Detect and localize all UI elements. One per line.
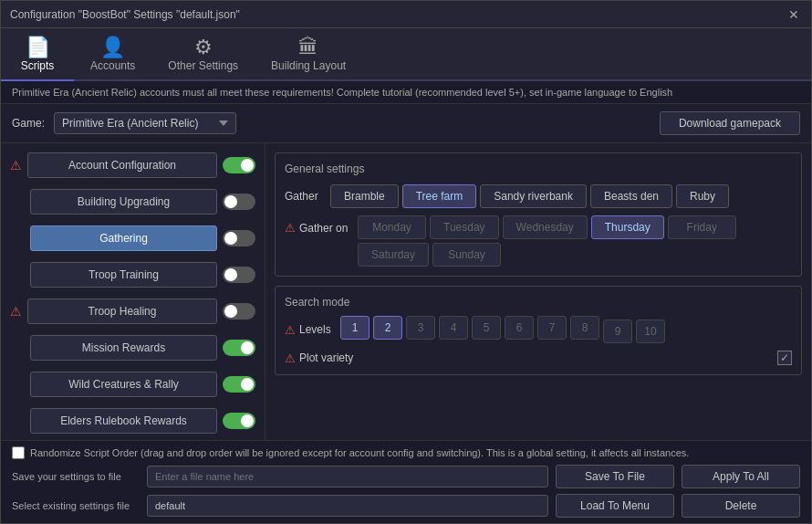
- level-3-button[interactable]: 3: [406, 316, 435, 340]
- elders-rulebook-toggle[interactable]: [223, 413, 255, 429]
- save-to-file-button[interactable]: Save To File: [556, 465, 674, 488]
- sunday-button[interactable]: Sunday: [432, 243, 501, 267]
- list-item: Mission Rewards: [6, 331, 259, 364]
- gather-on-row: ⚠ Gather on Monday Tuesday Wednesday Thu…: [285, 215, 792, 267]
- resource-ruby-button[interactable]: Ruby: [676, 184, 729, 208]
- troop-healing-toggle[interactable]: [223, 303, 255, 320]
- resource-buttons: Bramble Tree farm Sandy riverbank Beasts…: [330, 184, 792, 208]
- day-buttons: Monday Tuesday Wednesday Thursday Friday…: [358, 215, 792, 267]
- resource-tree-farm-button[interactable]: Tree farm: [402, 184, 477, 208]
- download-gamepack-button[interactable]: Download gamepack: [660, 111, 800, 135]
- save-label: Save your settings to file: [12, 471, 140, 482]
- gathering-button[interactable]: Gathering: [30, 225, 217, 251]
- level-1-button[interactable]: 1: [340, 316, 370, 340]
- info-bar: Primitive Era (Ancient Relic) accounts m…: [1, 81, 811, 104]
- plot-variety-checkbox[interactable]: ✓: [777, 351, 792, 365]
- select-label: Select existing settings file: [12, 500, 140, 511]
- accounts-icon: 👤: [100, 37, 125, 58]
- list-item: Troop Training: [6, 258, 259, 291]
- randomize-checkbox[interactable]: [12, 446, 25, 459]
- plot-warning-icon: ⚠: [285, 351, 296, 365]
- level-2-button[interactable]: 2: [373, 316, 402, 340]
- level-8-button[interactable]: 8: [570, 316, 599, 340]
- general-settings-title: General settings: [285, 162, 792, 175]
- building-icon: 🏛: [298, 37, 318, 58]
- tab-other-settings[interactable]: ⚙ Other Settings: [151, 32, 255, 81]
- save-filename-input[interactable]: [147, 466, 548, 487]
- settings-file-select[interactable]: default: [147, 495, 548, 517]
- gather-on-warning-icon: ⚠: [285, 221, 296, 235]
- account-config-toggle[interactable]: [223, 157, 255, 173]
- wild-creatures-toggle[interactable]: [223, 376, 255, 393]
- right-panel: General settings Gather Bramble Tree far…: [265, 143, 811, 440]
- monday-button[interactable]: Monday: [358, 215, 426, 239]
- select-file-row: Select existing settings file default Lo…: [12, 494, 800, 518]
- levels-label: ⚠ Levels: [285, 323, 335, 337]
- resource-sandy-riverbank-button[interactable]: Sandy riverbank: [480, 184, 587, 208]
- resource-bramble-button[interactable]: Bramble: [330, 184, 399, 208]
- delete-button[interactable]: Delete: [682, 494, 800, 518]
- account-config-button[interactable]: Account Configuration: [27, 152, 217, 178]
- tabs-bar: 📄 Scripts 👤 Accounts ⚙ Other Settings 🏛 …: [1, 28, 811, 81]
- settings-icon: ⚙: [194, 37, 213, 58]
- gather-label: Gather: [285, 184, 321, 203]
- friday-button[interactable]: Friday: [668, 215, 736, 239]
- wild-creatures-button[interactable]: Wild Creatures & Rally: [30, 372, 217, 397]
- building-upgrade-button[interactable]: Building Upgrading: [30, 189, 217, 215]
- tab-building-layout-label: Building Layout: [271, 59, 346, 72]
- tuesday-button[interactable]: Tuesday: [430, 215, 499, 239]
- level-6-button[interactable]: 6: [505, 316, 534, 340]
- elders-rulebook-button[interactable]: Elders Rulebook Rewards: [30, 408, 217, 434]
- scripts-icon: 📄: [26, 37, 50, 58]
- list-item: Gathering: [6, 222, 259, 255]
- main-content: ⚠ Account Configuration Building Upgradi…: [1, 143, 811, 440]
- warning-icon: ⚠: [10, 304, 22, 319]
- left-panel: ⚠ Account Configuration Building Upgradi…: [1, 143, 265, 440]
- levels-warning-icon: ⚠: [285, 323, 296, 337]
- title-bar: Configuration "BoostBot" Settings "defau…: [1, 1, 811, 28]
- building-upgrade-toggle[interactable]: [223, 194, 255, 210]
- list-item: Building Upgrading: [6, 185, 259, 218]
- mission-rewards-toggle[interactable]: [223, 340, 255, 356]
- gather-on-label: ⚠ Gather on: [285, 215, 349, 235]
- list-item: Wild Creatures & Rally: [6, 368, 259, 401]
- randomize-label: Randomize Script Order (drag and drop or…: [30, 447, 689, 458]
- troop-training-toggle[interactable]: [223, 267, 255, 283]
- saturday-button[interactable]: Saturday: [358, 243, 429, 267]
- gather-row: Gather Bramble Tree farm Sandy riverbank…: [285, 184, 792, 208]
- tab-accounts[interactable]: 👤 Accounts: [74, 32, 151, 81]
- gathering-toggle[interactable]: [223, 230, 255, 246]
- window-title: Configuration "BoostBot" Settings "defau…: [10, 8, 240, 21]
- game-row: Game: Primitive Era (Ancient Relic) Down…: [1, 104, 811, 143]
- thursday-button[interactable]: Thursday: [591, 215, 664, 239]
- main-window: Configuration "BoostBot" Settings "defau…: [0, 0, 812, 524]
- search-mode-section: Search mode ⚠ Levels 1 2 3 4 5 6 7 8: [275, 286, 802, 375]
- troop-training-button[interactable]: Troop Training: [30, 262, 217, 288]
- file-rows: Save your settings to file Save To File …: [12, 465, 800, 518]
- apply-to-all-button[interactable]: Apply To All: [682, 465, 800, 488]
- level-4-button[interactable]: 4: [439, 316, 468, 340]
- tab-building-layout[interactable]: 🏛 Building Layout: [255, 32, 362, 81]
- level-9-button[interactable]: 9: [603, 320, 632, 343]
- resource-beasts-den-button[interactable]: Beasts den: [590, 184, 672, 208]
- bottom-bar: Randomize Script Order (drag and drop or…: [1, 440, 811, 523]
- plot-variety-label: ⚠ Plot variety: [285, 351, 772, 365]
- level-10-button[interactable]: 10: [636, 320, 665, 343]
- list-item: Elders Rulebook Rewards: [6, 404, 259, 437]
- level-buttons: 1 2 3 4 5 6 7 8 9 10: [340, 316, 665, 343]
- search-mode-title: Search mode: [285, 296, 792, 309]
- mission-rewards-button[interactable]: Mission Rewards: [30, 335, 217, 361]
- close-button[interactable]: ✕: [786, 6, 802, 23]
- level-7-button[interactable]: 7: [537, 316, 567, 340]
- tab-accounts-label: Accounts: [90, 59, 135, 72]
- load-to-menu-button[interactable]: Load To Menu: [556, 494, 674, 518]
- levels-row: ⚠ Levels 1 2 3 4 5 6 7 8 9 10: [285, 316, 792, 343]
- tab-scripts[interactable]: 📄 Scripts: [1, 32, 74, 81]
- wednesday-button[interactable]: Wednesday: [503, 215, 588, 239]
- tab-other-settings-label: Other Settings: [168, 59, 238, 72]
- level-5-button[interactable]: 5: [472, 316, 501, 340]
- list-item: ⚠ Troop Healing: [6, 295, 259, 328]
- troop-healing-button[interactable]: Troop Healing: [27, 299, 217, 324]
- game-label: Game:: [12, 117, 45, 130]
- game-select[interactable]: Primitive Era (Ancient Relic): [54, 112, 236, 134]
